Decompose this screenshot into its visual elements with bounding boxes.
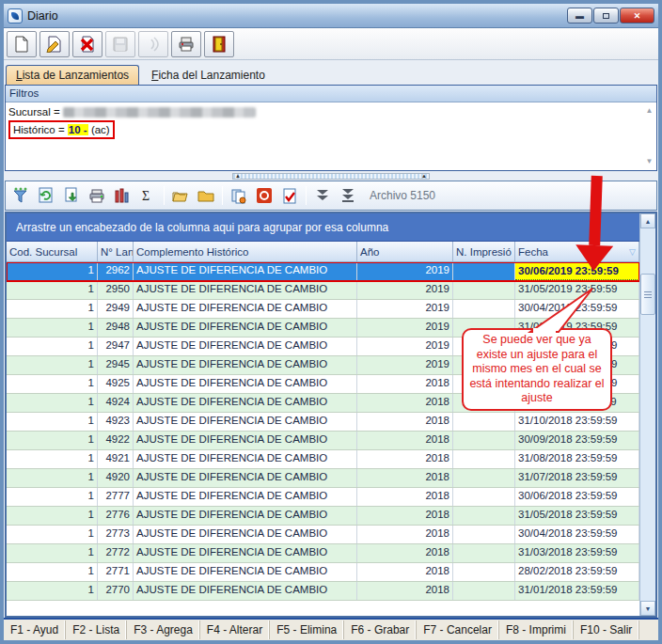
cell-n-impresion bbox=[453, 300, 515, 318]
cell-fecha: 30/04/2018 23:59:59 bbox=[515, 526, 639, 543]
grid-rows: 12962AJUSTE DE DIFERENCIA DE CAMBIO20193… bbox=[7, 262, 639, 616]
fkey-f2[interactable]: F2 - Lista bbox=[66, 620, 127, 639]
copy-documents-button[interactable] bbox=[229, 186, 248, 205]
table-row[interactable]: 14920AJUSTE DE DIFERENCIA DE CAMBIO20183… bbox=[7, 469, 639, 488]
refresh-icon bbox=[38, 187, 55, 204]
column-header-n-lan[interactable]: N° Lan bbox=[98, 242, 134, 261]
exit-door-button[interactable] bbox=[204, 31, 234, 57]
open-folder-button[interactable] bbox=[171, 186, 190, 205]
toolbar-separator bbox=[306, 186, 307, 205]
fkey-f4[interactable]: F4 - Alterar bbox=[200, 620, 270, 639]
close-button[interactable]: ✕ bbox=[620, 8, 654, 24]
splitter-handle[interactable]: ▲ ▲ bbox=[232, 173, 430, 180]
columns-button[interactable] bbox=[113, 186, 132, 205]
print-small-button[interactable] bbox=[87, 186, 106, 205]
cell-ano: 2019 bbox=[357, 262, 453, 280]
cell-n-lanzamiento: 2777 bbox=[98, 488, 134, 506]
check-document-button[interactable] bbox=[280, 186, 299, 205]
cell-ano: 2018 bbox=[357, 469, 453, 487]
grid-scrollbar[interactable]: ▲ ▼ bbox=[639, 213, 655, 616]
cell-complemento-historico: AJUSTE DE DIFERENCIA DE CAMBIO bbox=[134, 432, 357, 449]
print-button[interactable] bbox=[171, 31, 201, 57]
table-row[interactable]: 14922AJUSTE DE DIFERENCIA DE CAMBIO20183… bbox=[7, 432, 639, 450]
table-row[interactable]: 12773AJUSTE DE DIFERENCIA DE CAMBIO20183… bbox=[7, 526, 639, 544]
table-row[interactable]: 14923AJUSTE DE DIFERENCIA DE CAMBIO20183… bbox=[7, 413, 639, 432]
historico-label: Histórico = bbox=[13, 124, 65, 135]
cell-ano: 2018 bbox=[357, 582, 453, 600]
table-row[interactable]: 14921AJUSTE DE DIFERENCIA DE CAMBIO20183… bbox=[7, 450, 639, 469]
cell-n-lanzamiento: 2947 bbox=[98, 338, 134, 355]
column-header-fecha[interactable]: Fecha▽ bbox=[515, 242, 639, 261]
transmit-button bbox=[138, 31, 168, 57]
columns-icon bbox=[115, 188, 130, 203]
cell-complemento-historico: AJUSTE DE DIFERENCIA DE CAMBIO bbox=[134, 544, 357, 562]
table-row[interactable]: 12777AJUSTE DE DIFERENCIA DE CAMBIO20183… bbox=[7, 488, 639, 507]
scrollbar-thumb[interactable] bbox=[640, 274, 655, 315]
column-header-a-o[interactable]: Año bbox=[357, 242, 453, 261]
cell-complemento-historico: AJUSTE DE DIFERENCIA DE CAMBIO bbox=[134, 375, 357, 393]
export-down-button[interactable] bbox=[62, 186, 81, 205]
print-small-icon bbox=[89, 189, 105, 203]
open-folder-icon bbox=[172, 189, 190, 203]
fkey-f5[interactable]: F5 - Elimina bbox=[270, 620, 344, 639]
cell-ano: 2018 bbox=[357, 488, 453, 506]
delete-document-button[interactable] bbox=[72, 31, 102, 57]
table-row-selected[interactable]: 12962AJUSTE DE DIFERENCIA DE CAMBIO20193… bbox=[7, 262, 639, 281]
fkey-f7[interactable]: F7 - Cancelar bbox=[417, 620, 499, 639]
fkey-f1[interactable]: F1 - Ayud bbox=[4, 620, 66, 639]
tab-ficha-del-lanzamiento[interactable]: Ficha del Lanzamiento bbox=[141, 65, 276, 85]
move-bottom-button[interactable] bbox=[339, 186, 357, 205]
refresh-button[interactable] bbox=[37, 186, 55, 205]
column-header-n-impresi-[interactable]: N. Impresió bbox=[453, 242, 515, 261]
move-down-button[interactable] bbox=[313, 186, 332, 205]
tab-lista-de-lanzamientos[interactable]: Lista de Lanzamientos bbox=[6, 65, 139, 85]
fkey-f6[interactable]: F6 - Grabar bbox=[344, 620, 417, 639]
record-stop-button[interactable] bbox=[255, 186, 274, 205]
filter-sucursal: Sucursal = bbox=[8, 104, 641, 119]
filters-body: Sucursal = Histórico = 10 - (ac) ▲ ▼ bbox=[6, 102, 656, 170]
column-header-complemento-hist-rico[interactable]: Complemento Histórico bbox=[134, 242, 357, 261]
splitter[interactable]: ▲ ▲ bbox=[4, 171, 658, 181]
table-row[interactable]: 12770AJUSTE DE DIFERENCIA DE CAMBIO20183… bbox=[7, 582, 639, 601]
scroll-down-icon[interactable]: ▼ bbox=[646, 154, 654, 169]
save-button bbox=[105, 31, 135, 57]
table-row[interactable]: 12771AJUSTE DE DIFERENCIA DE CAMBIO20182… bbox=[7, 563, 639, 582]
annotation-callout: Se puede ver que ya existe un ajuste par… bbox=[462, 328, 612, 411]
fkey-f10[interactable]: F10 - Salir bbox=[574, 620, 639, 639]
cell-fecha: 30/09/2018 23:59:59 bbox=[515, 432, 639, 449]
sucursal-label: Sucursal = bbox=[8, 106, 60, 118]
filter-funnel-button[interactable] bbox=[11, 186, 30, 205]
fkey-f3[interactable]: F3 - Agrega bbox=[127, 620, 200, 639]
column-header-cod-sucursal[interactable]: Cod. Sucursal bbox=[7, 242, 98, 261]
cell-fecha: 31/07/2018 23:59:59 bbox=[515, 469, 639, 487]
scroll-up-icon[interactable]: ▲ bbox=[646, 103, 654, 118]
scrollbar-track[interactable] bbox=[640, 228, 655, 601]
cell-n-lanzamiento: 4920 bbox=[98, 469, 134, 487]
cell-cod-sucursal: 1 bbox=[7, 526, 98, 543]
fkey-f8[interactable]: F8 - Imprimi bbox=[499, 620, 574, 639]
cell-ano: 2018 bbox=[357, 526, 453, 543]
cell-complemento-historico: AJUSTE DE DIFERENCIA DE CAMBIO bbox=[134, 488, 357, 506]
cell-n-lanzamiento: 2950 bbox=[98, 281, 134, 299]
table-row[interactable]: 12949AJUSTE DE DIFERENCIA DE CAMBIO20193… bbox=[7, 300, 639, 319]
filters-scrollbar[interactable]: ▲ ▼ bbox=[643, 103, 655, 169]
scroll-up-icon[interactable]: ▲ bbox=[640, 213, 655, 228]
column-filter-icon[interactable]: ▽ bbox=[629, 247, 636, 257]
scroll-down-icon[interactable]: ▼ bbox=[640, 601, 655, 616]
group-by-bar[interactable]: Arrastre un encabezado de la columna aqu… bbox=[7, 213, 639, 242]
new-document-button[interactable] bbox=[7, 31, 37, 57]
table-row[interactable]: 12950AJUSTE DE DIFERENCIA DE CAMBIO20193… bbox=[7, 281, 639, 300]
cell-n-impresion bbox=[453, 507, 515, 525]
table-row[interactable]: 12772AJUSTE DE DIFERENCIA DE CAMBIO20183… bbox=[7, 544, 639, 563]
cell-n-impresion bbox=[453, 262, 515, 280]
cell-complemento-historico: AJUSTE DE DIFERENCIA DE CAMBIO bbox=[134, 507, 357, 525]
maximize-button[interactable] bbox=[593, 8, 619, 24]
sum-sigma-button[interactable]: Σ bbox=[138, 186, 157, 205]
closed-folder-button[interactable] bbox=[197, 186, 215, 205]
cell-ano: 2019 bbox=[357, 281, 453, 299]
edit-document-button[interactable] bbox=[39, 31, 70, 57]
cell-fecha: 28/02/2018 23:59:59 bbox=[515, 563, 639, 581]
minimize-button[interactable]: ▬ bbox=[567, 8, 592, 24]
table-row[interactable]: 12776AJUSTE DE DIFERENCIA DE CAMBIO20183… bbox=[7, 507, 639, 526]
record-stop-icon bbox=[257, 188, 272, 203]
